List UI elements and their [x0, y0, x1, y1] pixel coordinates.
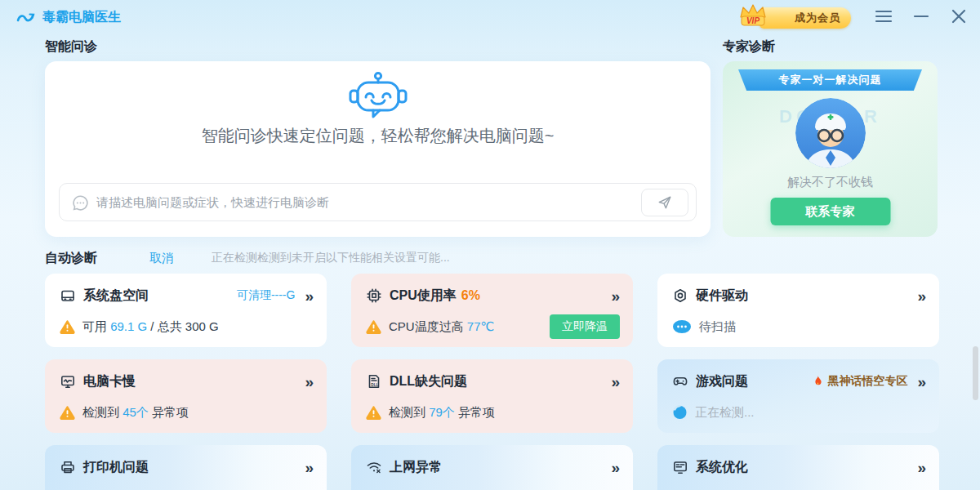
- become-vip-button[interactable]: 成为会员 VIP: [737, 4, 852, 29]
- card-title: 打印机问题: [83, 459, 149, 476]
- card-status-row: 待扫描: [672, 315, 926, 338]
- cpu-chip-icon: [366, 287, 382, 304]
- card-cpu[interactable]: CPU使用率 6% » CPU温度过高 77℃ 立即降温: [351, 274, 633, 347]
- close-icon[interactable]: [949, 8, 969, 24]
- smart-consult-header: 智能问诊: [45, 38, 97, 56]
- card-status-text: CPU温度过高 77℃: [389, 319, 494, 335]
- scrollbar-thumb[interactable]: [973, 346, 978, 400]
- card-system[interactable]: 系统优化 »: [657, 445, 939, 490]
- card-slow[interactable]: 电脑卡慢 » 检测到 45个 异常项: [45, 359, 327, 433]
- vip-crown-icon: VIP: [737, 2, 768, 30]
- question-input-box: [59, 183, 697, 221]
- expert-header: 专家诊断: [723, 38, 775, 56]
- warning-icon: [60, 319, 75, 334]
- chevron-right-icon[interactable]: »: [917, 288, 926, 304]
- card-dll[interactable]: DLL DLL缺失问题 » 检测到 79个 异常项: [351, 359, 633, 433]
- diagnosis-grid: 系统盘空间 可清理----G » 可用 69.1 G / 总共 300 G CP…: [45, 274, 939, 490]
- hard-disk-icon: [60, 287, 76, 304]
- wifi-error-icon: [366, 459, 382, 475]
- app-title: 毒霸电脑医生: [42, 9, 121, 26]
- robot-icon: [347, 71, 409, 122]
- card-title: 电脑卡慢: [83, 373, 136, 390]
- menu-icon[interactable]: [874, 8, 893, 24]
- chevron-right-icon[interactable]: »: [917, 460, 926, 475]
- gamepad-icon: [672, 373, 688, 390]
- warning-icon: [366, 405, 381, 420]
- card-status-text: 检测到 79个 异常项: [389, 405, 495, 421]
- svg-text:VIP: VIP: [746, 16, 760, 25]
- chat-bubble-icon: [72, 194, 89, 212]
- card-title: CPU使用率: [390, 287, 457, 305]
- card-status-text: 检测到 45个 异常项: [82, 405, 189, 421]
- dll-file-icon: DLL: [366, 373, 382, 390]
- titlebar: 毒霸电脑医生 成为会员 VIP: [0, 0, 980, 33]
- send-button[interactable]: [641, 189, 688, 216]
- card-title: 上网异常: [390, 459, 442, 476]
- chevron-right-icon[interactable]: »: [917, 374, 926, 390]
- card-game[interactable]: 游戏问题 黑神话悟空专区 » 正在检测...: [657, 359, 939, 433]
- card-meta: 黑神话悟空专区: [812, 374, 907, 389]
- expert-note: 解决不了不收钱: [723, 175, 938, 190]
- chevron-right-icon[interactable]: »: [305, 288, 314, 304]
- auto-diagnosis-header: 自动诊断: [45, 250, 97, 267]
- cool-down-button[interactable]: 立即降温: [550, 314, 620, 339]
- hex-nut-icon: [672, 287, 688, 304]
- card-printer[interactable]: 打印机问题 »: [45, 445, 327, 490]
- duba-logo-icon: [16, 7, 36, 25]
- spinner-icon: [672, 405, 688, 420]
- card-disk[interactable]: 系统盘空间 可清理----G » 可用 69.1 G / 总共 300 G: [45, 274, 327, 347]
- auto-diagnosis-row: 自动诊断 取消 正在检测检测到未开启以下性能相关设置可能...: [45, 249, 939, 267]
- paper-plane-icon: [657, 195, 672, 210]
- monitor-pulse-icon: [60, 373, 76, 390]
- cancel-link[interactable]: 取消: [149, 251, 174, 266]
- card-title: 系统盘空间: [83, 287, 149, 305]
- expert-ribbon: 专家一对一解决问题: [738, 69, 922, 91]
- minimize-icon[interactable]: [911, 8, 931, 24]
- flame-icon: [812, 375, 824, 388]
- expert-card: 专家一对一解决问题 DOCTOR 解决不了不收钱 联系专家: [723, 61, 938, 237]
- card-status-row: 可用 69.1 G / 总共 300 G: [60, 315, 314, 338]
- card-meta: 可清理----G: [237, 288, 296, 303]
- contact-expert-button[interactable]: 联系专家: [770, 198, 890, 225]
- chevron-right-icon[interactable]: »: [611, 288, 620, 304]
- doctor-avatar: [795, 98, 866, 168]
- card-title: 硬件驱动: [696, 287, 748, 305]
- card-network[interactable]: 上网异常 »: [351, 445, 633, 490]
- question-input[interactable]: [96, 185, 603, 220]
- svg-text:DLL: DLL: [371, 383, 378, 387]
- card-status-text: 待扫描: [699, 319, 736, 335]
- card-status-row: 正在检测...: [672, 401, 926, 424]
- card-title: 系统优化: [696, 459, 748, 476]
- card-status-text: 正在检测...: [695, 405, 755, 421]
- chevron-right-icon[interactable]: »: [305, 374, 314, 390]
- smart-consult-card: 智能问诊快速定位问题，轻松帮您解决电脑问题~: [45, 61, 710, 237]
- ellipsis-badge-icon: [672, 319, 692, 334]
- card-status-row: 检测到 45个 异常项: [60, 401, 314, 424]
- warning-icon: [366, 319, 381, 334]
- warning-icon: [60, 405, 75, 420]
- smart-consult-tagline: 智能问诊快速定位问题，轻松帮您解决电脑问题~: [45, 125, 710, 147]
- vip-label: 成为会员: [795, 11, 840, 25]
- printer-icon: [60, 459, 76, 475]
- card-status-row: 检测到 79个 异常项: [366, 401, 620, 424]
- monitor-tune-icon: [672, 459, 688, 475]
- card-driver[interactable]: 硬件驱动 » 待扫描: [657, 274, 939, 347]
- auto-diagnosis-status: 正在检测检测到未开启以下性能相关设置可能...: [212, 251, 450, 265]
- card-title: 游戏问题: [696, 373, 748, 390]
- card-value: 6%: [461, 288, 480, 303]
- card-title: DLL缺失问题: [390, 373, 467, 390]
- chevron-right-icon[interactable]: »: [305, 460, 314, 475]
- card-status-text: 可用 69.1 G / 总共 300 G: [82, 319, 219, 335]
- card-status-row: CPU温度过高 77℃ 立即降温: [366, 315, 620, 338]
- chevron-right-icon[interactable]: »: [611, 374, 620, 390]
- chevron-right-icon[interactable]: »: [611, 460, 620, 475]
